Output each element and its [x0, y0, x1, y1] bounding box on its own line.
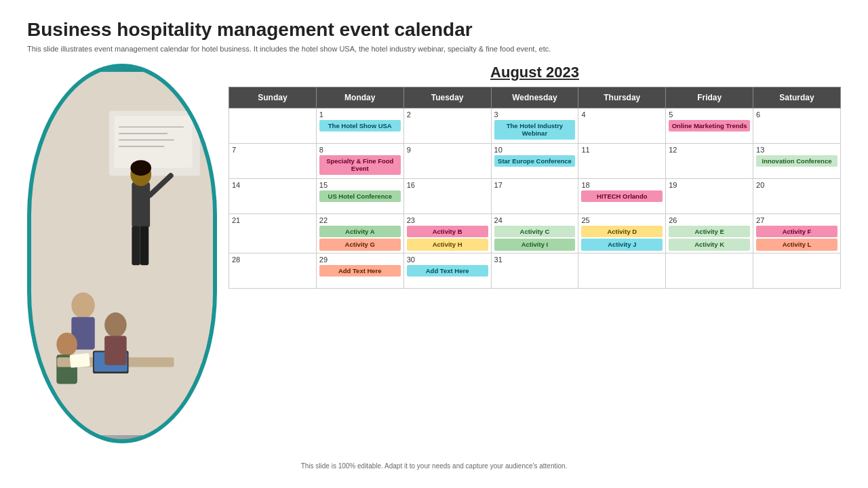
calendar-cell: 17 — [491, 179, 578, 214]
calendar-cell: 9 — [403, 144, 491, 179]
event-badge: Online Marketing Trends — [669, 120, 750, 131]
calendar-month-title: August 2023 — [229, 64, 841, 81]
event-badge: Activity C — [494, 226, 576, 237]
calendar-cell: 27Activity FActivity L — [753, 214, 841, 253]
event-badge: Activity G — [319, 239, 401, 250]
svg-rect-7 — [132, 226, 140, 265]
calendar-cell: 2 — [403, 108, 491, 144]
calendar-cell: 18HITECH Orlando — [578, 179, 666, 214]
svg-rect-8 — [140, 226, 149, 265]
event-badge: Activity F — [756, 226, 837, 237]
calendar-cell: 25Activity DActivity J — [578, 214, 666, 253]
event-badge: Activity E — [669, 226, 750, 237]
svg-rect-3 — [132, 182, 150, 228]
calendar-table: Sunday Monday Tuesday Wednesday Thursday… — [229, 87, 841, 289]
event-badge: HITECH Orlando — [581, 190, 663, 202]
event-badge: US Hotel Conference — [319, 190, 401, 202]
event-badge: Activity B — [407, 226, 488, 237]
calendar-cell: 19 — [666, 179, 753, 214]
calendar-cell: 6 — [753, 108, 841, 144]
calendar-cell: 8Specialty & Fine Food Event — [316, 144, 403, 179]
calendar-cell — [753, 253, 841, 288]
event-badge: The Hotel Show USA — [319, 120, 401, 131]
header-thursday: Thursday — [578, 87, 666, 108]
header-sunday: Sunday — [229, 87, 317, 108]
page-title: Business hospitality management event ca… — [27, 19, 841, 41]
header-friday: Friday — [666, 87, 753, 108]
svg-point-5 — [130, 160, 151, 176]
header-wednesday: Wednesday — [491, 87, 578, 108]
calendar-cell: 14 — [229, 179, 317, 214]
calendar-cell: 24Activity CActivity I — [491, 214, 578, 253]
calendar-cell: 29Add Text Here — [316, 253, 403, 288]
calendar-cell: 21 — [229, 214, 317, 253]
calendar-cell: 22Activity AActivity G — [316, 214, 403, 253]
event-badge: Add Text Here — [407, 265, 488, 277]
event-badge: Specialty & Fine Food Event — [319, 155, 401, 175]
event-badge: Activity K — [669, 239, 750, 250]
calendar-cell: 3The Hotel Industry Webinar — [491, 108, 578, 144]
event-badge: Activity J — [581, 239, 663, 250]
calendar-cell: 1The Hotel Show USA — [316, 108, 403, 144]
calendar-cell: 23Activity BActivity H — [403, 214, 491, 253]
event-badge: Add Text Here — [319, 265, 401, 277]
calendar-cell — [578, 253, 666, 288]
calendar-cell: 10Star Europe Conference — [491, 144, 578, 179]
svg-point-16 — [104, 312, 127, 337]
calendar-cell: 20 — [753, 179, 841, 214]
calendar-cell: 26Activity EActivity K — [666, 214, 753, 253]
svg-point-11 — [56, 333, 77, 356]
calendar-cell: 16 — [403, 179, 491, 214]
calendar-cell — [666, 253, 753, 288]
event-badge: Activity I — [494, 239, 576, 250]
page-subtitle: This slide illustrates event management … — [27, 45, 841, 53]
calendar-cell: 13Innovation Conference — [753, 144, 841, 179]
event-badge: Activity A — [319, 226, 401, 237]
calendar-cell — [229, 108, 317, 144]
event-badge: Activity L — [756, 239, 837, 250]
event-badge: The Hotel Industry Webinar — [494, 120, 576, 140]
svg-rect-18 — [70, 353, 90, 368]
header-monday: Monday — [316, 87, 403, 108]
event-badge: Activity D — [581, 226, 663, 237]
svg-point-9 — [71, 292, 94, 318]
event-badge: Star Europe Conference — [494, 155, 576, 167]
calendar-cell: 30Add Text Here — [403, 253, 491, 288]
svg-rect-2 — [115, 116, 193, 168]
calendar-cell: 5Online Marketing Trends — [666, 108, 753, 144]
event-badge: Activity H — [407, 239, 488, 250]
event-badge: Innovation Conference — [756, 155, 837, 167]
svg-rect-17 — [104, 336, 127, 365]
footer-note: This slide is 100% editable. Adapt it to… — [27, 462, 841, 470]
header-saturday: Saturday — [753, 87, 841, 108]
calendar-cell: 28 — [229, 253, 317, 288]
calendar-section: August 2023 Sunday Monday Tuesday Wednes… — [229, 64, 841, 457]
calendar-cell: 7 — [229, 144, 317, 179]
meeting-image — [27, 64, 220, 443]
calendar-cell: 11 — [578, 144, 666, 179]
calendar-cell: 12 — [666, 144, 753, 179]
header-tuesday: Tuesday — [403, 87, 491, 108]
calendar-cell: 31 — [491, 253, 578, 288]
calendar-cell: 15US Hotel Conference — [316, 179, 403, 214]
calendar-cell: 4 — [578, 108, 666, 144]
